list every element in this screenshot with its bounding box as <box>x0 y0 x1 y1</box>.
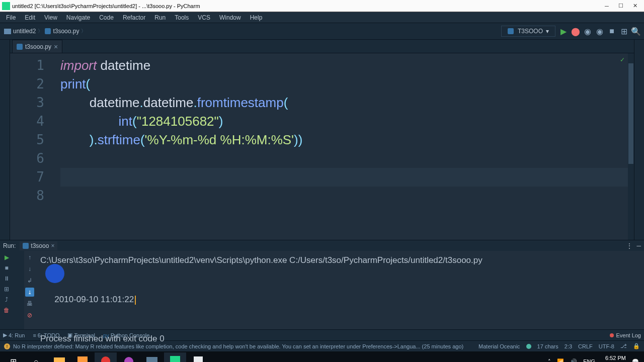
run-button[interactable]: ▶ <box>559 27 568 35</box>
minimize-button[interactable]: ─ <box>604 3 610 9</box>
editor-tab[interactable]: t3sooo.py × <box>12 40 62 53</box>
stop-button[interactable]: ■ <box>608 27 616 35</box>
up-button[interactable]: ↑ <box>25 253 34 262</box>
menu-edit[interactable]: Edit <box>22 13 38 22</box>
rerun-button[interactable]: ▶ <box>2 253 11 262</box>
print-button[interactable]: 🖶 <box>25 299 34 308</box>
windows-taskbar: ⊞ ⌕ ˄ 📶 🔊 ENG 6:52 PM 1/21/2019 💬 <box>0 351 644 362</box>
cursor-highlight <box>45 264 64 283</box>
breadcrumb-project[interactable]: untitled2 <box>13 28 36 35</box>
menu-run[interactable]: Run <box>151 13 169 22</box>
recorder1-button[interactable] <box>95 352 117 362</box>
line-number: 4 <box>10 112 60 131</box>
sublime-button[interactable] <box>71 352 94 362</box>
close-button[interactable]: ✕ <box>632 3 638 9</box>
layout-button[interactable]: ⊞ <box>2 285 11 294</box>
python-file-icon <box>17 44 23 50</box>
file-explorer-button[interactable] <box>48 352 70 362</box>
line-number: 2 <box>10 75 60 94</box>
maximize-button[interactable]: ☐ <box>618 3 624 9</box>
right-tool-strip[interactable] <box>634 40 644 240</box>
menu-window[interactable]: Window <box>216 13 244 22</box>
vcs-button[interactable]: ⊞ <box>620 27 628 35</box>
wrap-button[interactable]: ↲ <box>25 276 34 285</box>
line-number: 1 <box>10 56 60 75</box>
coverage-button[interactable]: ◉ <box>584 27 592 35</box>
dropdown-icon: ▾ <box>546 28 549 35</box>
menu-code[interactable]: Code <box>96 13 117 22</box>
main-area: t3sooo.py × 1 2 3 4 5 6 7 8 import datet… <box>0 40 644 240</box>
down-button[interactable]: ↓ <box>25 264 34 274</box>
debug-button[interactable]: ⬤ <box>572 27 580 35</box>
settings-icon[interactable]: ⋮ <box>626 242 632 249</box>
run-label: Run: <box>3 242 16 249</box>
run-config-selector[interactable]: T3SOOO ▾ <box>501 26 555 37</box>
scroll-button[interactable]: ⤓ <box>25 288 34 297</box>
chevron-right-icon: 〉 <box>38 28 43 35</box>
run-tab[interactable]: t3sooo × <box>20 241 57 250</box>
menu-view[interactable]: View <box>41 13 60 22</box>
left-tool-strip[interactable] <box>0 40 10 240</box>
menu-help[interactable]: Help <box>247 13 266 22</box>
line-number: 7 <box>10 168 60 187</box>
system-tray: ˄ 📶 🔊 ENG 6:52 PM 1/21/2019 💬 <box>548 355 642 362</box>
code-area[interactable]: import datetime print( datetime.datetime… <box>60 53 634 240</box>
breadcrumb: untitled2 〉 t3sooo.py 〉 <box>4 28 501 35</box>
run-panel-body: ▶ ■ ⏸ ⊞ ⤴ 🗑 ↑ ↓ ↲ ⤓ 🖶 ⊘ C:\Users\t3so\Py… <box>0 251 644 329</box>
tray-volume-icon[interactable]: 🔊 <box>570 358 577 363</box>
output-exit: Process finished with exit code 0 <box>40 332 640 345</box>
menu-vcs[interactable]: VCS <box>195 13 213 22</box>
code-editor[interactable]: 1 2 3 4 5 6 7 8 import datetime print( d… <box>10 53 634 240</box>
code-line: import datetime <box>60 56 634 75</box>
run-config-name: T3SOOO <box>518 28 543 35</box>
menu-file[interactable]: File <box>3 13 19 22</box>
run-output[interactable]: C:\Users\t3so\PycharmProjects\untitled2\… <box>36 251 644 329</box>
editor-wrap: t3sooo.py × 1 2 3 4 5 6 7 8 import datet… <box>10 40 634 240</box>
pycharm-icon <box>2 2 10 10</box>
notifications-icon[interactable]: 💬 <box>632 358 639 363</box>
start-button[interactable]: ⊞ <box>2 352 24 362</box>
menu-navigate[interactable]: Navigate <box>63 13 93 22</box>
menubar: File Edit View Navigate Code Refactor Ru… <box>0 12 644 23</box>
line-number: 5 <box>10 131 60 149</box>
python-file-icon <box>23 243 29 249</box>
warning-icon[interactable]: ! <box>4 343 10 349</box>
hide-panel-button[interactable]: ─ <box>636 242 641 249</box>
window-controls: ─ ☐ ✕ <box>604 3 642 9</box>
toolbar-right: T3SOOO ▾ ▶ ⬤ ◉ ◉ ■ ⊞ 🔍 <box>501 26 640 37</box>
recorder2-button[interactable] <box>118 352 140 362</box>
line-number: 3 <box>10 94 60 112</box>
notepad-button[interactable] <box>187 352 209 362</box>
run-panel-header: Run: t3sooo × ⋮ ─ <box>0 240 644 251</box>
output-blank <box>40 319 640 332</box>
tab-label: t3sooo.py <box>25 43 51 50</box>
breadcrumb-file[interactable]: t3sooo.py <box>53 28 79 35</box>
search-button[interactable]: 🔍 <box>632 27 640 35</box>
pycharm-button[interactable] <box>164 352 186 362</box>
app-button[interactable] <box>141 352 163 362</box>
menu-tools[interactable]: Tools <box>172 13 192 22</box>
delete-button[interactable]: 🗑 <box>2 306 11 315</box>
exit-button[interactable]: ⤴ <box>2 295 11 304</box>
tray-language[interactable]: ENG <box>583 358 595 362</box>
pause-button[interactable]: ⏸ <box>2 274 11 283</box>
stop-button[interactable]: ■ <box>2 263 11 273</box>
code-line: datetime.datetime.fromtimestamp( <box>60 94 634 112</box>
bottom-tab-run[interactable]: ▶4: Run <box>3 332 25 338</box>
menu-refactor[interactable]: Refactor <box>120 13 148 22</box>
taskbar-clock[interactable]: 6:52 PM 1/21/2019 <box>601 355 626 362</box>
folder-icon <box>4 29 11 34</box>
tray-network-icon[interactable]: 📶 <box>557 358 564 363</box>
search-button[interactable]: ⌕ <box>25 352 47 362</box>
toolbar: untitled2 〉 t3sooo.py 〉 T3SOOO ▾ ▶ ⬤ ◉ ◉… <box>0 23 644 40</box>
line-gutter: 1 2 3 4 5 6 7 8 <box>10 53 60 240</box>
scrollbar-thumb[interactable] <box>628 63 633 164</box>
tab-close-button[interactable]: × <box>54 43 58 51</box>
output-command: C:\Users\t3so\PycharmProjects\untitled2\… <box>40 254 640 267</box>
editor-tabs: t3sooo.py × <box>10 40 634 53</box>
scrollbar-track[interactable] <box>628 53 634 240</box>
run-tab-close-button[interactable]: × <box>51 242 54 249</box>
profile-button[interactable]: ◉ <box>596 27 604 35</box>
tray-chevron-icon[interactable]: ˄ <box>548 358 551 363</box>
clear-button[interactable]: ⊘ <box>25 311 34 320</box>
